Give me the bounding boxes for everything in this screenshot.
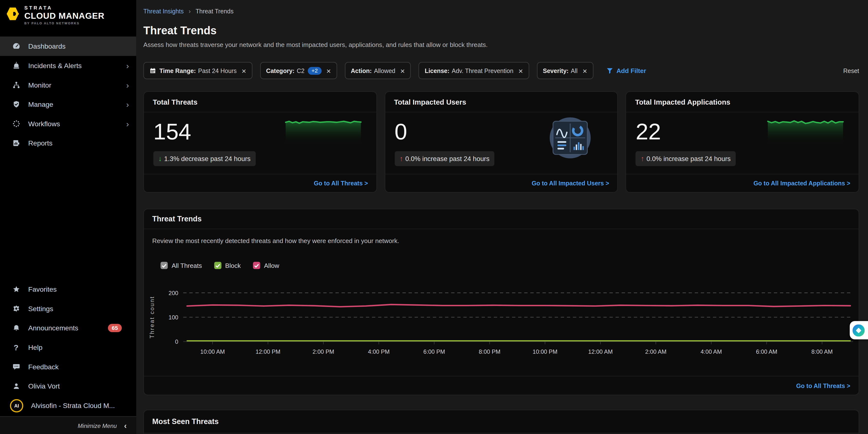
- page-title: Threat Trends: [143, 24, 217, 37]
- filter-value: C2: [297, 67, 305, 74]
- sidebar-nav: Dashboards Incidents & Alerts › Monitor …: [0, 36, 136, 153]
- sidebar-item-favorites[interactable]: Favorites: [0, 280, 136, 299]
- card-title: Total Threats: [144, 92, 376, 113]
- svg-text:4:00 PM: 4:00 PM: [368, 348, 390, 355]
- change-text: 0.0% increase past 24 hours: [405, 155, 490, 162]
- svg-text:4:00 AM: 4:00 AM: [701, 348, 722, 355]
- sidebar-item-announcements[interactable]: Announcements 65: [0, 318, 136, 338]
- panel-title: Threat Trends: [144, 209, 859, 229]
- svg-text:200: 200: [168, 290, 178, 296]
- legend-all-threats-checkbox[interactable]: All Threats: [161, 262, 202, 269]
- card-title: Total Impacted Applications: [626, 92, 859, 113]
- close-icon[interactable]: ×: [400, 67, 405, 74]
- svg-text:6:00 PM: 6:00 PM: [423, 348, 445, 355]
- filter-value: Past 24 Hours: [198, 67, 237, 74]
- svg-text:10:00 AM: 10:00 AM: [200, 348, 225, 355]
- sidebar-item-reports[interactable]: Reports: [0, 133, 136, 153]
- total-threats-card: Total Threats 154 ↓ 1.3% decrease past 2…: [143, 91, 377, 192]
- alarm-icon: [12, 61, 21, 70]
- filter-label: Action:: [351, 67, 372, 74]
- sidebar-item-help[interactable]: ? Help: [0, 338, 136, 357]
- brand-line1: STRATA: [24, 6, 104, 10]
- topology-icon: [12, 81, 21, 89]
- go-to-all-impacted-users-link[interactable]: Go to All Impacted Users >: [532, 180, 609, 187]
- bell-icon: [12, 323, 21, 332]
- filter-value: All: [571, 67, 578, 74]
- sidebar-item-label: Announcements: [28, 324, 78, 332]
- close-icon[interactable]: ×: [583, 67, 587, 74]
- checkbox-checked-icon[interactable]: [161, 262, 168, 269]
- sidebar-item-user-olivia-vort[interactable]: Olivia Vort: [0, 376, 136, 396]
- sidebar-item-workflows[interactable]: Workflows ›: [0, 114, 136, 133]
- change-text: 0.0% increase past 24 hours: [646, 155, 731, 162]
- sidebar-item-label: Olivia Vort: [28, 382, 60, 390]
- svg-text:10:00 PM: 10:00 PM: [532, 348, 557, 355]
- go-to-all-threats-link[interactable]: Go to All Threats >: [796, 382, 850, 389]
- reset-filters-button[interactable]: Reset: [843, 67, 859, 74]
- breadcrumb-threat-insights[interactable]: Threat Insights: [143, 8, 184, 14]
- filter-label: Time Range:: [159, 67, 196, 74]
- svg-text:8:00 AM: 8:00 AM: [811, 348, 833, 355]
- filter-label: License:: [425, 67, 450, 74]
- go-to-all-impacted-applications-link[interactable]: Go to All Impacted Applications >: [753, 180, 850, 187]
- filter-chip-action[interactable]: Action: Allowed ×: [345, 62, 411, 79]
- close-icon[interactable]: ×: [242, 67, 246, 74]
- sidebar-item-incidents-alerts[interactable]: Incidents & Alerts ›: [0, 56, 136, 75]
- sidebar-item-dashboards[interactable]: Dashboards: [0, 36, 136, 56]
- stat-cards-row: Total Threats 154 ↓ 1.3% decrease past 2…: [143, 91, 859, 192]
- shield-check-icon: [12, 100, 21, 109]
- strata-hexagon-logo-icon: [5, 6, 21, 22]
- total-impacted-users-value: 0: [395, 119, 407, 145]
- arrow-up-icon: ↑: [399, 154, 403, 163]
- sidebar-item-settings[interactable]: Settings: [0, 299, 136, 318]
- chevron-left-icon: ‹: [124, 421, 127, 430]
- calendar-icon: [149, 67, 156, 74]
- add-filter-button[interactable]: Add Filter: [606, 67, 646, 74]
- sidebar-item-label: Settings: [28, 305, 53, 313]
- filter-value: Allowed: [374, 67, 395, 74]
- svg-text:12:00 AM: 12:00 AM: [588, 348, 613, 355]
- svg-text:Threat count: Threat count: [149, 296, 155, 338]
- close-icon[interactable]: ×: [326, 67, 331, 74]
- brand-logo[interactable]: STRATA CLOUD MANAGER BY PALO ALTO NETWOR…: [0, 0, 136, 31]
- change-badge: ↑ 0.0% increase past 24 hours: [636, 151, 736, 166]
- sidebar-item-monitor[interactable]: Monitor ›: [0, 75, 136, 95]
- sidebar-item-label: Manage: [28, 100, 53, 108]
- threat-trends-line-chart[interactable]: 0100200Threat count10:00 AM12:00 PM2:00 …: [144, 287, 860, 362]
- sidebar-item-manage[interactable]: Manage ›: [0, 95, 136, 114]
- close-icon[interactable]: ×: [519, 67, 523, 74]
- filter-chip-severity[interactable]: Severity: All ×: [537, 62, 593, 79]
- legend-allow-checkbox[interactable]: Allow: [253, 262, 279, 269]
- brand-line2: CLOUD MANAGER: [24, 12, 104, 20]
- chart-legend: All Threats Block Allow: [161, 262, 291, 269]
- panel-footer: Go to All Threats >: [144, 376, 859, 395]
- legend-block-checkbox[interactable]: Block: [214, 262, 241, 269]
- filter-chip-category[interactable]: Category: C2 +2 ×: [260, 62, 337, 79]
- filter-chip-license[interactable]: License: Adv. Threat Prevention ×: [419, 62, 529, 79]
- sidebar-item-label: Monitor: [28, 81, 51, 89]
- ai-avatar: AI: [10, 399, 23, 412]
- person-icon: [12, 382, 21, 391]
- sidebar-item-tenant-alvisofin[interactable]: AI Alvisofin - Strata Cloud M...: [0, 396, 136, 415]
- filter-value: Adv. Threat Prevention: [452, 67, 514, 74]
- go-to-all-threats-link[interactable]: Go to All Threats >: [314, 180, 368, 187]
- chevron-right-icon: ›: [126, 62, 129, 70]
- filter-more-count-pill[interactable]: +2: [308, 67, 321, 74]
- filter-label: Severity:: [543, 67, 568, 74]
- threat-trends-panel: Threat Trends Review the most recently d…: [143, 209, 859, 395]
- sidebar: STRATA CLOUD MANAGER BY PALO ALTO NETWOR…: [0, 0, 136, 434]
- chevron-right-icon: ›: [126, 100, 129, 108]
- copilot-floating-button[interactable]: [850, 321, 868, 339]
- filter-label: Category:: [266, 67, 294, 74]
- sidebar-item-feedback[interactable]: Feedback: [0, 357, 136, 377]
- change-badge: ↓ 1.3% decrease past 24 hours: [153, 151, 255, 166]
- svg-text:12:00 PM: 12:00 PM: [255, 348, 280, 355]
- checkbox-checked-icon[interactable]: [253, 262, 260, 269]
- checkbox-checked-icon[interactable]: [214, 262, 221, 269]
- applications-sparkline: [766, 116, 845, 144]
- chevron-right-icon: ›: [126, 120, 129, 128]
- minimize-menu-button[interactable]: Minimize Menu ‹: [0, 416, 136, 434]
- card-title: Total Impacted Users: [385, 92, 617, 113]
- arrow-up-icon: ↑: [641, 154, 645, 163]
- filter-chip-time-range[interactable]: Time Range: Past 24 Hours ×: [143, 62, 252, 79]
